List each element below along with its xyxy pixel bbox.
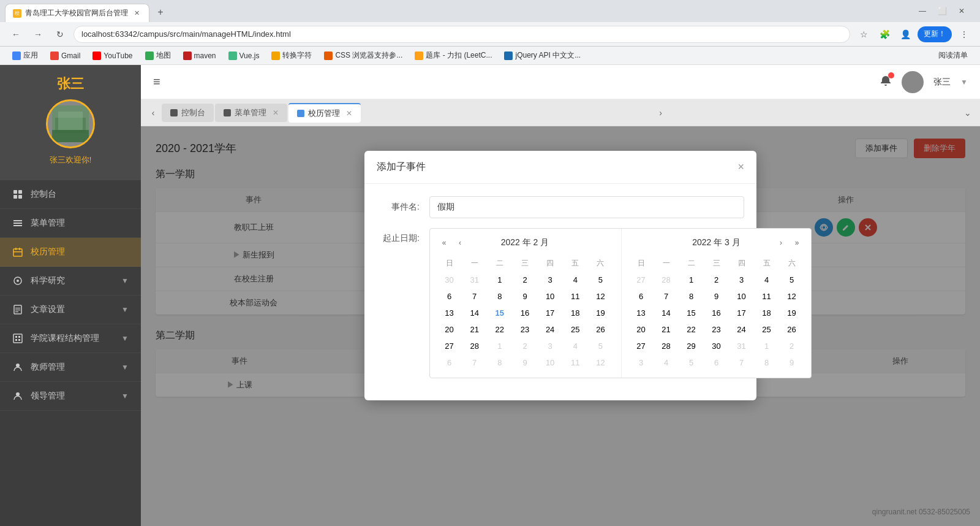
dp-day[interactable]: 7 [462,355,486,370]
notification-bell[interactable] [880,75,892,89]
dp-day[interactable]: 1 [488,272,511,288]
dp-day[interactable]: 6 [437,355,461,370]
dp-day[interactable]: 2 [513,338,537,354]
dp-day[interactable]: 27 [629,272,653,288]
dp-day[interactable]: 4 [564,272,587,288]
dp-day[interactable]: 7 [462,289,486,304]
browser-tab[interactable]: 校 青岛理工大学校园官网后台管理 ✕ [5,4,149,22]
extensions-icon[interactable]: 🧩 [876,26,893,43]
dp-day[interactable]: 2 [780,338,804,354]
dp-day[interactable]: 1 [679,272,703,288]
sidebar-item-article[interactable]: 文章设置 ▼ [0,295,141,324]
dp-day[interactable]: 16 [513,305,537,321]
bookmark-maven[interactable]: maven [178,50,221,61]
dp-day[interactable]: 23 [513,322,537,337]
sidebar-item-science[interactable]: 科学研究 ▼ [0,267,141,295]
dp-day[interactable]: 17 [538,305,562,321]
dp-day[interactable]: 28 [654,272,678,288]
dp-day[interactable]: 13 [437,305,461,321]
dp-day[interactable]: 20 [437,322,461,337]
dp-day[interactable]: 11 [564,289,587,304]
header-avatar[interactable] [902,71,924,93]
dp-day[interactable]: 24 [729,322,753,337]
dp-day[interactable]: 9 [704,289,728,304]
bookmark-youtube[interactable]: YouTube [88,50,137,61]
close-button[interactable]: ✕ [953,2,970,20]
dp-day[interactable]: 2 [704,272,728,288]
dp-day[interactable]: 5 [589,272,612,288]
dp-day[interactable]: 18 [755,305,778,321]
dp-day[interactable]: 26 [589,322,612,337]
dp-day[interactable]: 16 [704,305,728,321]
tab-close-btn[interactable]: ✕ [132,9,141,18]
event-name-input[interactable] [429,196,744,218]
sidebar-item-leader[interactable]: 领导管理 ▼ [0,382,141,411]
dp-day-today[interactable]: 15 [488,305,511,321]
bookmark-convert[interactable]: 转换字符 [266,49,317,62]
dp-day[interactable]: 27 [437,338,461,354]
dp-day[interactable]: 8 [488,289,511,304]
dp-day[interactable]: 17 [729,305,753,321]
sidebar-item-course[interactable]: 学院课程结构管理 ▼ [0,324,141,353]
dp-day[interactable]: 10 [538,355,562,370]
dp-right-next-year[interactable]: » [790,236,804,250]
profile-icon[interactable]: 👤 [897,26,914,43]
dp-day[interactable]: 19 [589,305,612,321]
dp-day[interactable]: 21 [654,322,678,337]
dp-day[interactable]: 6 [704,355,728,370]
modal-overlay[interactable]: 添加子事件 × 事件名: 起止日期: [141,126,980,526]
dp-day[interactable]: 25 [755,322,778,337]
dp-day[interactable]: 12 [589,289,612,304]
dp-day[interactable]: 5 [780,272,804,288]
bookmark-maps[interactable]: 地图 [140,49,176,62]
dp-day[interactable]: 6 [629,289,653,304]
dp-day[interactable]: 14 [462,305,486,321]
bookmark-apps[interactable]: 应用 [7,49,43,62]
dp-day[interactable]: 15 [679,305,703,321]
bookmark-reading-list[interactable]: 阅读清单 [933,49,973,62]
sidebar-item-teacher[interactable]: 教师管理 ▼ [0,353,141,382]
dp-day[interactable]: 14 [654,305,678,321]
tab-calendar[interactable]: 校历管理 ✕ [288,103,361,123]
dp-day[interactable]: 8 [679,289,703,304]
dp-day[interactable]: 8 [488,355,511,370]
dp-day[interactable]: 28 [462,338,486,354]
dp-day[interactable]: 3 [538,338,562,354]
dp-day[interactable]: 4 [654,355,678,370]
dp-day[interactable]: 25 [564,322,587,337]
minimize-button[interactable]: — [914,2,931,20]
dp-day[interactable]: 8 [755,355,778,370]
dp-day[interactable]: 20 [629,322,653,337]
dp-day[interactable]: 9 [513,355,537,370]
header-dropdown-arrow[interactable]: ▼ [960,78,968,86]
dp-day[interactable]: 13 [629,305,653,321]
dp-day[interactable]: 26 [780,322,804,337]
header-username[interactable]: 张三 [933,77,951,88]
dp-day[interactable]: 31 [729,338,753,354]
maximize-button[interactable]: ⬜ [933,2,951,20]
reload-button[interactable]: ↻ [51,26,69,43]
dp-day[interactable]: 5 [589,338,612,354]
dp-day[interactable]: 23 [704,322,728,337]
dp-day[interactable]: 3 [729,272,753,288]
bookmark-jquery[interactable]: jQuery API 中文文... [499,49,586,62]
tab-prev-button[interactable]: ‹ [146,105,160,120]
dp-day[interactable]: 22 [488,322,511,337]
dp-day[interactable]: 31 [462,272,486,288]
dp-day[interactable]: 12 [780,289,804,304]
sidebar-item-calendar[interactable]: 校历管理 [0,238,141,267]
dp-day[interactable]: 11 [755,289,778,304]
dp-day[interactable]: 22 [679,322,703,337]
dp-day[interactable]: 9 [513,289,537,304]
dp-day[interactable]: 5 [679,355,703,370]
url-input[interactable]: localhost:63342/campus/src/main/manageHT… [74,26,850,43]
dp-day[interactable]: 7 [729,355,753,370]
dp-day[interactable]: 9 [780,355,804,370]
dp-day[interactable]: 27 [629,338,653,354]
bookmark-vuejs[interactable]: Vue.js [224,50,265,61]
sidebar-item-menu[interactable]: 菜单管理 [0,209,141,238]
dp-day[interactable]: 6 [437,289,461,304]
tab-menu[interactable]: 菜单管理 ✕ [215,104,287,122]
dp-day[interactable]: 11 [564,355,587,370]
tab-calendar-close[interactable]: ✕ [346,109,352,118]
